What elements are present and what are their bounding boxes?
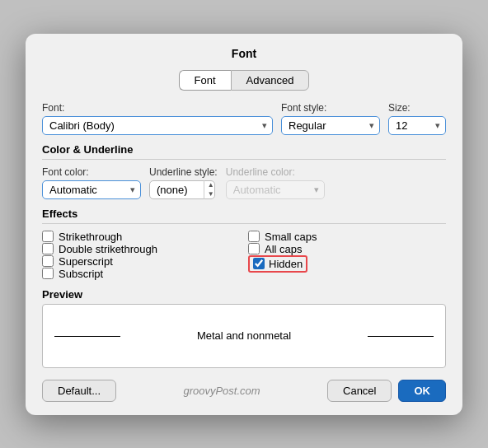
- divider: [42, 159, 446, 160]
- subscript-row: Subscript: [42, 268, 240, 280]
- preview-label: Preview: [42, 288, 446, 301]
- preview-text: Metal and nonmetal: [197, 329, 291, 342]
- font-select[interactable]: Calibri (Body): [42, 116, 273, 135]
- strikethrough-label: Strikethrough: [59, 231, 122, 243]
- small-caps-label: Small caps: [265, 231, 317, 243]
- effects-section: Effects Strikethrough Double strikethrou…: [42, 208, 446, 280]
- effects-left: Strikethrough Double strikethrough Super…: [42, 231, 240, 280]
- underline-style-spinner: ▲ ▼: [204, 180, 218, 199]
- footer-buttons: Cancel OK: [327, 380, 446, 402]
- font-dialog: Font Font Advanced Font: Calibri (Body) …: [26, 34, 462, 415]
- font-color-label: Font color:: [42, 166, 141, 178]
- size-label: Size:: [388, 102, 446, 114]
- tab-font[interactable]: Font: [179, 70, 231, 91]
- subscript-label: Subscript: [59, 268, 103, 280]
- hidden-highlight: Hidden: [248, 255, 307, 273]
- small-caps-row: Small caps: [248, 231, 446, 243]
- ok-button[interactable]: OK: [398, 380, 446, 402]
- watermark: groovyPost.com: [183, 385, 260, 397]
- preview-line-left: [54, 336, 120, 337]
- tab-advanced[interactable]: Advanced: [231, 70, 310, 91]
- preview-section: Preview Metal and nonmetal: [42, 288, 446, 368]
- strikethrough-checkbox[interactable]: [42, 231, 54, 242]
- default-button[interactable]: Default...: [42, 380, 116, 402]
- font-style-label: Font style:: [281, 102, 380, 114]
- underline-color-label: Underline color:: [226, 166, 325, 178]
- effects-label: Effects: [42, 208, 446, 220]
- all-caps-label: All caps: [265, 243, 303, 255]
- hidden-label: Hidden: [269, 258, 303, 270]
- strikethrough-row: Strikethrough: [42, 231, 240, 243]
- small-caps-checkbox[interactable]: [248, 231, 260, 242]
- color-underline-section: Color & Underline Font color: Automatic …: [42, 143, 446, 199]
- superscript-label: Superscript: [59, 255, 113, 268]
- cancel-button[interactable]: Cancel: [327, 380, 392, 402]
- subscript-checkbox[interactable]: [42, 268, 54, 279]
- preview-box: Metal and nonmetal: [42, 304, 446, 368]
- font-section: Font: Calibri (Body) ▾ Font style: Regul…: [42, 102, 446, 135]
- spinner-down-icon[interactable]: ▼: [204, 189, 218, 199]
- double-strikethrough-row: Double strikethrough: [42, 243, 240, 255]
- font-style-select[interactable]: Regular: [281, 116, 380, 135]
- double-strikethrough-label: Double strikethrough: [59, 243, 157, 255]
- hidden-checkbox[interactable]: [253, 258, 265, 269]
- font-label: Font:: [42, 102, 273, 114]
- effects-right: Small caps All caps Hidden: [248, 231, 446, 280]
- effects-grid: Strikethrough Double strikethrough Super…: [42, 231, 446, 280]
- dialog-footer: Default... groovyPost.com Cancel OK: [42, 380, 446, 402]
- hidden-row: Hidden: [248, 255, 446, 273]
- all-caps-row: All caps: [248, 243, 446, 255]
- size-select[interactable]: 12: [388, 116, 446, 135]
- color-underline-label: Color & Underline: [42, 143, 446, 156]
- superscript-row: Superscript: [42, 255, 240, 268]
- superscript-checkbox[interactable]: [42, 255, 54, 267]
- all-caps-checkbox[interactable]: [248, 243, 260, 254]
- preview-line-right: [368, 336, 434, 337]
- underline-color-select[interactable]: Automatic: [226, 180, 325, 199]
- tab-bar: Font Advanced: [42, 70, 446, 91]
- dialog-title: Font: [42, 47, 446, 60]
- effects-divider: [42, 223, 446, 224]
- underline-style-label: Underline style:: [149, 166, 218, 178]
- font-color-select[interactable]: Automatic: [42, 180, 141, 199]
- double-strikethrough-checkbox[interactable]: [42, 243, 54, 254]
- spinner-up-icon[interactable]: ▲: [204, 180, 218, 190]
